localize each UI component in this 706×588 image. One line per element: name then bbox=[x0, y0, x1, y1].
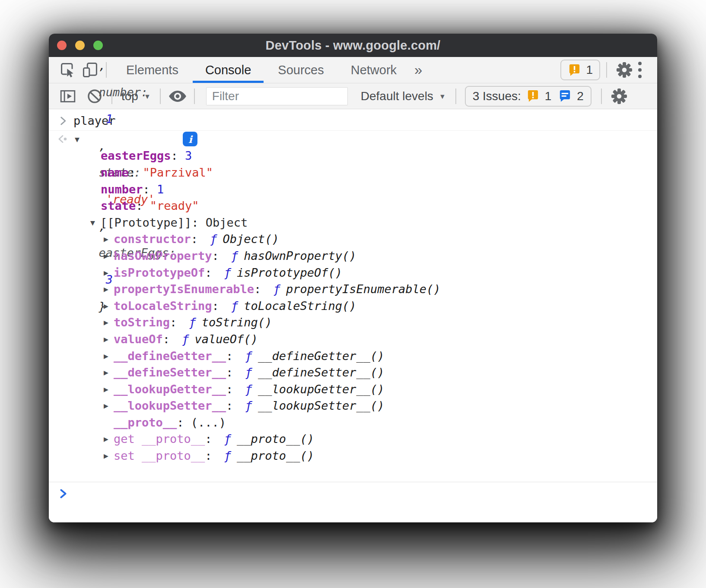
expand-triangle-icon[interactable]: ▶ bbox=[104, 368, 114, 377]
prototype-method-row[interactable]: ▶hasOwnProperty: ƒhasOwnProperty() bbox=[49, 247, 657, 264]
colon: : bbox=[226, 349, 240, 363]
colon: : bbox=[226, 399, 240, 412]
colon: : bbox=[254, 282, 268, 296]
function-name: __defineSetter__() bbox=[258, 366, 385, 379]
prototype-method-row[interactable]: ▶__defineSetter__: ƒ__defineSetter__() bbox=[49, 364, 657, 381]
expand-triangle-icon[interactable]: ▶ bbox=[104, 451, 114, 460]
property-row[interactable]: number: 1 bbox=[49, 181, 657, 198]
property-key: hasOwnProperty bbox=[114, 249, 212, 262]
colon: : bbox=[129, 166, 143, 179]
devtools-settings-button[interactable] bbox=[613, 62, 636, 78]
property-value: "ready" bbox=[150, 199, 199, 212]
function-symbol: ƒ bbox=[245, 366, 252, 379]
prototype-method-row[interactable]: ▶__lookupSetter__: ƒ__lookupSetter__() bbox=[49, 398, 657, 414]
function-name: toLocaleString() bbox=[244, 299, 356, 313]
prototype-method-row[interactable]: ▶toLocaleString: ƒtoLocaleString() bbox=[49, 297, 657, 314]
function-symbol: ƒ bbox=[224, 449, 231, 462]
prototype-method-row[interactable]: ▶valueOf: ƒvalueOf() bbox=[49, 331, 657, 348]
expand-triangle-icon[interactable]: ▶ bbox=[104, 268, 114, 277]
info-icon[interactable]: i bbox=[183, 132, 197, 146]
lazy-value[interactable]: (...) bbox=[191, 416, 226, 429]
accessor-row[interactable]: ▶get __proto__: ƒ__proto__() bbox=[49, 431, 657, 448]
console-settings-button[interactable] bbox=[609, 86, 630, 107]
tab-network[interactable]: Network bbox=[337, 57, 410, 83]
prototype-row[interactable]: ▼[[Prototype]]: Object bbox=[49, 214, 657, 231]
prototype-method-row[interactable]: ▶__defineGetter__: ƒ__defineGetter__() bbox=[49, 348, 657, 364]
colon: : bbox=[212, 249, 226, 262]
filter-input[interactable] bbox=[206, 87, 348, 105]
tab-console[interactable]: Console bbox=[192, 57, 264, 83]
issues-counter-button[interactable]: 3 Issues: 1 2 bbox=[465, 86, 592, 107]
colon: : bbox=[205, 432, 219, 446]
function-name: valueOf() bbox=[195, 332, 258, 346]
return-value-icon bbox=[56, 133, 70, 145]
prototype-method-row[interactable]: ▶propertyIsEnumerable: ƒpropertyIsEnumer… bbox=[49, 281, 657, 297]
panel-tabs: Elements Console Sources Network bbox=[113, 57, 410, 83]
proto-shorthand-row[interactable]: __proto__: (...) bbox=[49, 414, 657, 431]
expand-triangle-icon[interactable]: ▶ bbox=[104, 335, 114, 344]
function-symbol: ƒ bbox=[245, 399, 252, 412]
property-key: toLocaleString bbox=[114, 299, 212, 313]
expand-triangle-icon[interactable]: ▶ bbox=[104, 285, 114, 294]
expand-triangle-icon[interactable]: ▶ bbox=[104, 401, 114, 410]
property-key: toString bbox=[114, 316, 170, 329]
collapse-triangle-icon[interactable]: ▼ bbox=[75, 135, 85, 144]
colon: : bbox=[205, 266, 219, 279]
more-panels-button[interactable]: » bbox=[410, 57, 426, 83]
accessor-row[interactable]: ▶set __proto__: ƒ__proto__() bbox=[49, 447, 657, 464]
colon: : bbox=[191, 232, 205, 246]
divider bbox=[606, 62, 607, 78]
function-symbol: ƒ bbox=[231, 299, 238, 313]
tabbar-right-controls: 1 bbox=[560, 57, 657, 83]
expand-triangle-icon[interactable]: ▶ bbox=[104, 234, 114, 243]
colon: : bbox=[143, 183, 157, 196]
inspect-element-button[interactable] bbox=[57, 57, 79, 83]
prototype-value: Object bbox=[206, 216, 248, 229]
prototype-method-row[interactable]: ▶__lookupGetter__: ƒ__lookupGetter__() bbox=[49, 381, 657, 398]
prototype-method-row[interactable]: ▶toString: ƒtoString() bbox=[49, 314, 657, 331]
property-key: get __proto__ bbox=[114, 432, 205, 446]
function-symbol: ƒ bbox=[224, 266, 231, 279]
zoom-window-button[interactable] bbox=[93, 41, 103, 50]
dot bbox=[638, 75, 642, 78]
customize-devtools-menu-button[interactable] bbox=[636, 62, 644, 78]
expand-triangle-icon[interactable]: ▶ bbox=[104, 301, 114, 310]
issue-warning-icon bbox=[526, 89, 540, 103]
property-row[interactable]: easterEggs: 3 bbox=[49, 148, 657, 164]
minimize-window-button[interactable] bbox=[75, 41, 85, 50]
prototype-method-row[interactable]: ▶isPrototypeOf: ƒisPrototypeOf() bbox=[49, 264, 657, 281]
prototype-method-row[interactable]: ▶constructor: ƒObject() bbox=[49, 231, 657, 248]
console-panel: player ▼ { name: 'Parzival' , number: 1 … bbox=[49, 109, 657, 522]
console-prompt[interactable] bbox=[49, 482, 657, 522]
function-symbol: ƒ bbox=[224, 432, 231, 446]
chevron-down-icon: ▼ bbox=[439, 92, 446, 101]
open-issues-button[interactable]: 1 bbox=[560, 60, 600, 80]
expand-triangle-icon[interactable]: ▶ bbox=[104, 351, 114, 360]
tab-elements[interactable]: Elements bbox=[113, 57, 192, 83]
property-key: set __proto__ bbox=[114, 449, 205, 462]
tab-label: Network bbox=[351, 63, 397, 77]
log-levels-selector[interactable]: Default levels ▼ bbox=[361, 89, 446, 103]
property-row[interactable]: name: "Parzival" bbox=[49, 164, 657, 181]
colon: : bbox=[226, 366, 240, 379]
expand-triangle-icon[interactable]: ▶ bbox=[104, 434, 114, 443]
function-name: toString() bbox=[202, 316, 272, 329]
result-preview-row[interactable]: ▼ { name: 'Parzival' , number: 1 , state… bbox=[49, 131, 657, 148]
dot bbox=[638, 62, 642, 65]
colon: : bbox=[163, 332, 177, 346]
collapse-triangle-icon[interactable]: ▼ bbox=[90, 218, 100, 227]
show-console-sidebar-button[interactable] bbox=[57, 86, 78, 107]
tab-sources[interactable]: Sources bbox=[264, 57, 337, 83]
close-window-button[interactable] bbox=[57, 41, 67, 50]
property-key: number bbox=[101, 183, 143, 196]
property-row[interactable]: state: "ready" bbox=[49, 197, 657, 214]
function-name: __defineGetter__() bbox=[258, 349, 385, 363]
divider bbox=[601, 89, 602, 104]
expand-triangle-icon[interactable]: ▶ bbox=[104, 385, 114, 394]
expand-triangle-icon[interactable]: ▶ bbox=[104, 318, 114, 327]
chevron-right-icon bbox=[57, 115, 69, 126]
error-issue-count: 1 bbox=[545, 89, 552, 103]
prototype-label: [[Prototype]] bbox=[100, 216, 191, 229]
function-symbol: ƒ bbox=[273, 282, 280, 296]
expand-triangle-icon[interactable]: ▶ bbox=[104, 251, 114, 260]
